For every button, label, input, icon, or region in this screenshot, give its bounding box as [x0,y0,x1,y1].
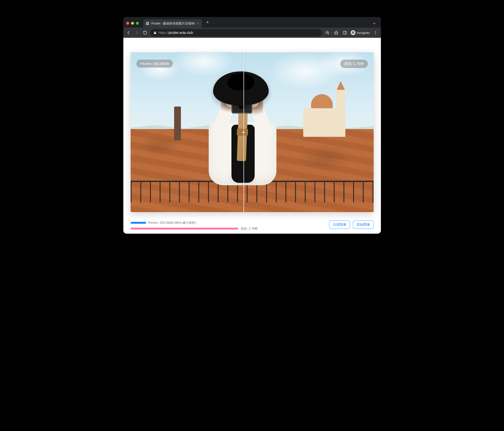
menu-button[interactable] [373,30,378,36]
tab-favicon [146,21,149,25]
comparison-card: ◂▸ Picmin: 250.35KB 原始: 1.7MB [131,52,374,212]
footer: Picmin: 250.35KB (86% 减小体积) 原始: 1.7MB 压缩… [131,221,374,231]
lock-icon [153,31,157,34]
tab-title: Picdiet - 极速的在线图片压缩80 [151,21,195,26]
window-controls [126,22,141,28]
url-scheme: https:// [159,31,169,35]
new-tab-button[interactable]: + [204,20,211,27]
back-button[interactable] [126,30,132,36]
incognito-indicator[interactable]: Incognito [351,30,370,35]
original-bar-row: 原始: 1.7MB [131,226,325,231]
compressed-bar-label: Picmin: 250.35KB (86% 减小体积) [148,221,196,225]
action-buttons: 压缩图像 原始图像 [329,221,374,229]
address-bar[interactable]: https://picdiet.eula.club [150,29,322,36]
compressed-bar [131,222,146,224]
size-bars: Picmin: 250.35KB (86% 减小体积) 原始: 1.7MB [131,221,325,231]
svg-rect-7 [343,31,347,34]
original-size-badge: 原始: 1.7MB [340,60,368,68]
compressed-size-badge: Picmin: 250.35KB [136,60,173,67]
reload-button[interactable] [142,30,148,36]
window-close-button[interactable] [126,22,129,25]
toolbar-right: Incognito [324,30,378,36]
bookmark-icon[interactable] [333,30,339,36]
tab-close-button[interactable]: × [197,21,199,25]
comparison-image [131,52,374,212]
svg-point-9 [375,31,376,32]
panel-icon[interactable] [342,30,348,36]
window-minimize-button[interactable] [131,22,134,25]
original-button[interactable]: 原始图像 [353,221,374,229]
original-bar-label: 原始: 1.7MB [241,226,258,231]
incognito-label: Incognito [357,31,370,35]
svg-point-10 [375,32,376,33]
svg-rect-1 [147,23,147,24]
browser-tab[interactable]: Picdiet - 极速的在线图片压缩80 × [143,19,202,28]
compressed-bar-row: Picmin: 250.35KB (86% 减小体积) [131,221,325,225]
url-text: https://picdiet.eula.club [159,31,193,35]
forward-button[interactable] [134,30,140,36]
svg-rect-2 [147,23,148,24]
browser-window: Picdiet - 极速的在线图片压缩80 × + https://picdie… [123,17,381,234]
window-maximize-button[interactable] [136,22,139,25]
original-bar [131,228,238,230]
svg-point-11 [375,34,376,34]
titlebar: Picdiet - 极速的在线图片压缩80 × + [123,17,381,28]
zoom-icon[interactable] [324,30,330,36]
compress-button[interactable]: 压缩图像 [329,221,350,229]
svg-marker-6 [334,31,338,35]
incognito-icon [351,30,356,35]
url-host: picdiet.eula.club [169,31,193,35]
toolbar: https://picdiet.eula.club Incognito [123,28,381,38]
page-viewport: ◂▸ Picmin: 250.35KB 原始: 1.7MB Picmin: 25… [123,38,381,234]
tabs-overflow-button[interactable] [371,22,378,28]
svg-line-4 [328,33,329,34]
comparison-slider-handle[interactable]: ◂▸ [241,131,246,134]
